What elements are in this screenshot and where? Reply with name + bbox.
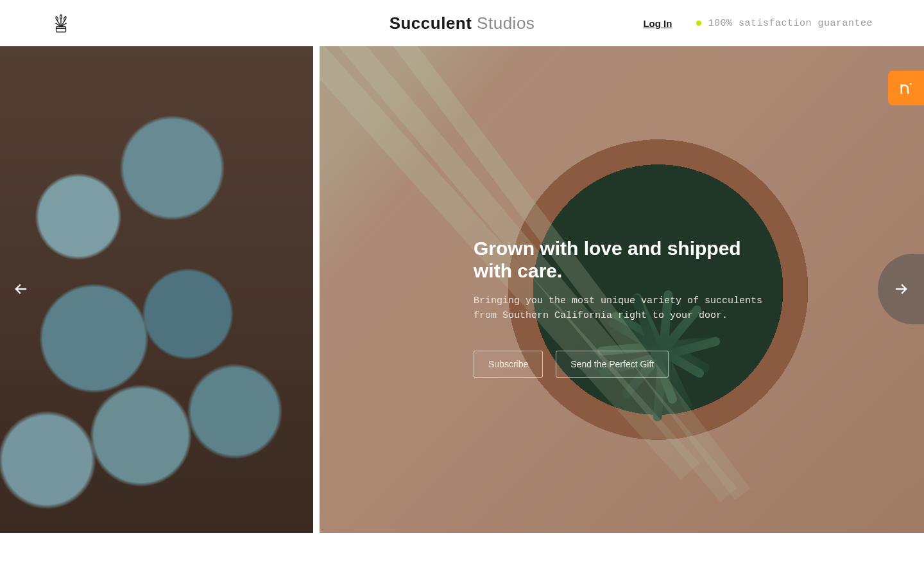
site-header: Succulent Studios Log In 100% satisfacti… <box>0 0 924 46</box>
svg-point-2 <box>910 83 911 84</box>
arrow-left-icon <box>12 280 30 298</box>
hero-subtitle: Bringing you the most unique variety of … <box>474 293 775 324</box>
send-gift-button[interactable]: Send the Perfect Gift <box>556 351 669 378</box>
honey-icon <box>898 80 914 96</box>
status-dot-icon <box>696 21 701 26</box>
header-right: Log In 100% satisfaction guarantee <box>643 18 873 29</box>
brand-name-bold: Succulent <box>389 13 472 33</box>
cta-row: Subscribe Send the Perfect Gift <box>474 351 782 378</box>
brand-wordmark: Succulent Studios <box>389 13 535 33</box>
svg-rect-0 <box>56 27 66 32</box>
carousel-prev-button[interactable] <box>0 257 42 321</box>
guarantee-badge: 100% satisfaction guarantee <box>696 18 873 29</box>
arrow-right-icon <box>892 280 910 298</box>
hero-title: Grown with love and shipped with care. <box>474 238 782 282</box>
login-link[interactable]: Log In <box>643 18 672 29</box>
brand-name-light: Studios <box>472 13 535 33</box>
hero-copy: Grown with love and shipped with care. B… <box>474 238 782 378</box>
guarantee-text: 100% satisfaction guarantee <box>708 18 873 29</box>
hero-image-left <box>0 46 313 533</box>
hero-carousel: Grown with love and shipped with care. B… <box>0 46 924 533</box>
hero-image-right: Grown with love and shipped with care. B… <box>320 46 924 533</box>
brand-logo-icon <box>51 12 71 34</box>
subscribe-button[interactable]: Subscribe <box>474 351 543 378</box>
succulent-rosettes-image <box>0 46 313 533</box>
honey-extension-badge[interactable] <box>888 71 924 105</box>
